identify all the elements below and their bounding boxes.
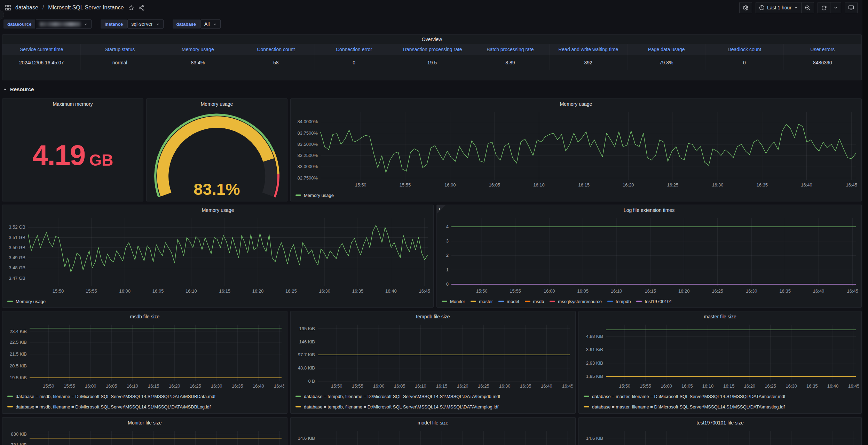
legend-swatch: [584, 396, 589, 397]
legend-item[interactable]: database = tempdb, filename = D:\Microso…: [295, 391, 573, 402]
overview-column-header[interactable]: User errors: [783, 44, 861, 55]
overview-column-header[interactable]: Deadlock count: [705, 44, 783, 55]
legend-label: mssqlsystemresource: [558, 299, 602, 304]
overview-column-header[interactable]: Batch processing rate: [471, 44, 549, 55]
log-file-extension-chart[interactable]: 15:5015:5516:0016:0516:1016:1516:2016:25…: [440, 215, 859, 305]
svg-text:16:15: 16:15: [148, 383, 159, 389]
svg-text:15:55: 15:55: [86, 288, 97, 294]
panel-title[interactable]: Overview: [2, 35, 861, 44]
panel-title[interactable]: test19700101 file size: [579, 418, 861, 428]
legend-item[interactable]: model: [498, 296, 519, 307]
refresh-interval-dropdown[interactable]: [830, 2, 841, 13]
instance-label: instance: [101, 19, 127, 29]
legend-item[interactable]: master: [471, 296, 493, 307]
svg-text:83.2500%: 83.2500%: [297, 153, 318, 158]
svg-text:1: 1: [446, 267, 449, 272]
legend-item[interactable]: database = master, filename = D:\Microso…: [584, 391, 859, 402]
svg-text:23.4 KiB: 23.4 KiB: [10, 329, 27, 334]
legend-item[interactable]: mssqlsystemresource: [550, 296, 602, 307]
legend-item[interactable]: database = msdb, filename = D:\Microsoft…: [7, 391, 284, 402]
legend-swatch: [550, 301, 555, 302]
zoom-out-button[interactable]: [801, 2, 814, 13]
legend-item[interactable]: database = master, filename = D:\Microso…: [584, 402, 859, 412]
svg-text:16:05: 16:05: [106, 383, 117, 389]
dashboards-grid-icon[interactable]: [5, 5, 11, 11]
overview-cell: 19.5: [393, 55, 471, 70]
legend-swatch: [295, 396, 301, 397]
overview-column-header[interactable]: Startup status: [80, 44, 158, 55]
memory-usage-percent-chart[interactable]: 15:5015:5516:0016:0516:1016:1516:2016:25…: [293, 109, 859, 199]
tempdb-file-size-chart[interactable]: 15:5015:5516:0016:0516:1016:1516:2016:25…: [293, 322, 573, 411]
panel-title[interactable]: msdb file size: [2, 311, 287, 322]
chevron-down-icon: [84, 22, 88, 26]
panel-title[interactable]: Log file extension times: [437, 205, 861, 215]
svg-text:16:35: 16:35: [520, 383, 531, 389]
overview-column-header[interactable]: Connection count: [237, 44, 315, 55]
time-picker-button[interactable]: Last 1 hour: [756, 2, 802, 13]
master-file-size-chart[interactable]: 15:5015:5516:0016:0516:1016:1516:2016:25…: [582, 322, 859, 411]
overview-column-header[interactable]: Connection error: [315, 44, 393, 55]
legend-label: master: [479, 299, 493, 304]
scrollbar-track[interactable]: [862, 0, 868, 445]
refresh-button[interactable]: [818, 2, 830, 13]
star-icon[interactable]: [128, 5, 134, 11]
svg-text:0: 0: [446, 281, 449, 287]
overview-column-header[interactable]: Transaction processing rate: [393, 44, 471, 55]
legend-item[interactable]: Memory usage: [295, 190, 334, 200]
panel-info-corner[interactable]: [437, 205, 446, 214]
variable-database: database All: [173, 19, 221, 29]
svg-text:16:25: 16:25: [712, 288, 723, 294]
memory-usage-gb-chart[interactable]: 15:5015:5516:0016:0516:1016:1516:2016:25…: [5, 215, 431, 305]
msdb-file-size-chart[interactable]: 15:5015:5516:0016:0516:1016:1516:2016:25…: [5, 322, 284, 411]
panel-title[interactable]: Memory usage: [147, 99, 287, 109]
svg-text:16:00: 16:00: [85, 383, 96, 389]
variable-datasource: datasource: [3, 19, 92, 29]
instance-select[interactable]: sql-server: [127, 19, 163, 29]
chart-legend: Memory usage: [5, 296, 431, 307]
legend-item[interactable]: test19700101: [636, 296, 672, 307]
svg-text:15:55: 15:55: [64, 383, 75, 389]
panel-title[interactable]: Maximum memory: [2, 99, 143, 109]
legend-item[interactable]: tempdb: [607, 296, 631, 307]
svg-text:15:55: 15:55: [640, 383, 651, 389]
tempdb-file-size-panel: tempdb file size 15:5015:5516:0016:0516:…: [290, 311, 576, 414]
legend-item[interactable]: Monitor: [442, 296, 465, 307]
svg-text:20.5 KiB: 20.5 KiB: [10, 363, 27, 368]
section-resource[interactable]: Resource: [3, 86, 34, 92]
overview-column-header[interactable]: Service current time: [2, 44, 80, 55]
svg-text:3.47 GB: 3.47 GB: [9, 276, 25, 281]
legend-item[interactable]: Memory usage: [7, 296, 46, 307]
panel-title[interactable]: tempdb file size: [291, 311, 575, 322]
svg-text:16:00: 16:00: [373, 383, 385, 389]
database-select[interactable]: All: [200, 19, 221, 29]
legend-item[interactable]: database = msdb, filename = D:\Microsoft…: [7, 402, 284, 412]
svg-text:3.49 GB: 3.49 GB: [9, 255, 25, 260]
svg-text:16:00: 16:00: [661, 383, 672, 389]
legend-swatch: [295, 406, 301, 407]
legend-item[interactable]: msdb: [525, 296, 544, 307]
breadcrumb-root[interactable]: database: [15, 5, 38, 11]
dashboard-settings-button[interactable]: [739, 2, 752, 13]
memory-usage-gauge[interactable]: 83.1%: [147, 109, 287, 201]
panel-title[interactable]: Memory usage: [291, 99, 861, 109]
svg-text:16:40: 16:40: [253, 383, 264, 389]
svg-text:19.5 KiB: 19.5 KiB: [10, 375, 27, 380]
panel-title[interactable]: Memory usage: [2, 205, 433, 215]
overview-column-header[interactable]: Memory usage: [159, 44, 237, 55]
panel-title[interactable]: master file size: [579, 311, 861, 322]
legend-label: database = tempdb, filename = D:\Microso…: [304, 394, 500, 399]
svg-text:16:40: 16:40: [385, 288, 397, 294]
svg-text:16:30: 16:30: [786, 383, 797, 389]
legend-item[interactable]: database = tempdb, filename = D:\Microso…: [295, 402, 573, 412]
panel-title[interactable]: model file size: [291, 418, 575, 428]
test19700101-file-size-chart[interactable]: 15:5015:5516:0016:0516:1016:1516:2016:25…: [582, 428, 859, 445]
overview-column-header[interactable]: Page data usage: [627, 44, 705, 55]
svg-text:16:00: 16:00: [544, 288, 555, 294]
kiosk-mode-button[interactable]: [845, 2, 858, 13]
overview-column-header[interactable]: Read and write waiting time: [549, 44, 627, 55]
datasource-select[interactable]: [36, 19, 92, 29]
panel-title[interactable]: Monitor file size: [2, 418, 287, 428]
monitor-file-size-chart[interactable]: 15:5015:5516:0016:0516:1016:1516:2016:25…: [5, 428, 284, 445]
model-file-size-chart[interactable]: 15:5015:5516:0016:0516:1016:1516:2016:25…: [293, 428, 573, 445]
share-icon[interactable]: [139, 5, 145, 11]
